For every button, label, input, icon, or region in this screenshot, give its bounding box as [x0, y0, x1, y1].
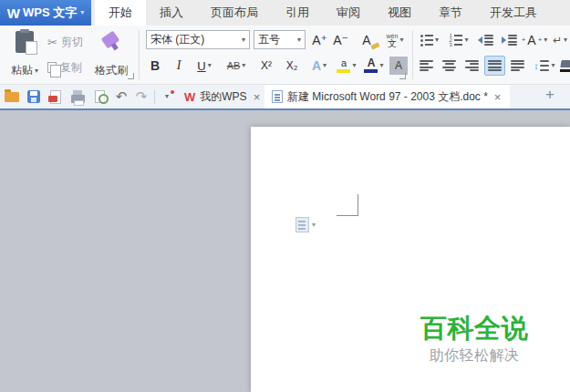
paint-bucket-icon	[560, 60, 570, 72]
open-file-button[interactable]	[4, 88, 20, 105]
menu-tab-page-layout[interactable]: 页面布局	[197, 0, 272, 26]
shading-button[interactable]: ▾	[558, 56, 570, 76]
font-size-select[interactable]: 五号 ▾	[254, 30, 306, 49]
hanzi-sample: 文	[388, 39, 397, 48]
bullet-list-icon	[420, 33, 433, 47]
format-painter-button[interactable]: 格式刷	[90, 28, 132, 81]
font-color-button[interactable]: A ▾	[361, 56, 387, 76]
doc-tab-my-wps[interactable]: W 我的WPS ×	[177, 85, 269, 108]
paragraph-mark-button[interactable]: ↵ ▾	[549, 30, 570, 50]
print-button[interactable]	[69, 88, 86, 105]
shrink-font-button[interactable]: A⁻	[330, 30, 351, 50]
chevron-down-icon: ▾	[80, 9, 84, 16]
distribute-text-button[interactable]	[507, 56, 528, 76]
underline-icon: U	[197, 59, 205, 73]
highlight-icon: a	[337, 58, 350, 73]
copy-label: 复制	[60, 60, 82, 76]
subscript-icon: X₂	[286, 59, 298, 72]
align-justify-button[interactable]	[484, 56, 505, 76]
copy-button[interactable]: 复制	[47, 58, 82, 77]
paste-button[interactable]: 粘贴▾	[4, 28, 46, 81]
bold-button[interactable]: B	[144, 56, 166, 76]
font-dialog-launcher[interactable]	[399, 73, 406, 79]
strikethrough-button[interactable]: AB▾	[221, 56, 252, 76]
printer-icon	[71, 95, 85, 103]
increase-indent-icon	[502, 35, 517, 46]
bullet-list-button[interactable]: ▾	[417, 30, 442, 50]
quick-access-tab-bar: ↶ ↷ ▾ W 我的WPS × 新建 Microsoft Word 97 - 2…	[0, 85, 570, 110]
magnifier-page-icon	[95, 90, 105, 103]
clear-format-button[interactable]: A	[355, 30, 378, 50]
export-pdf-button[interactable]	[47, 88, 64, 105]
plus-icon: +	[545, 86, 554, 103]
clipboard-dialog-launcher[interactable]	[128, 73, 134, 79]
new-tab-button[interactable]: +	[540, 86, 560, 104]
italic-button[interactable]: I	[170, 56, 188, 76]
menu-tab-home[interactable]: 开始	[95, 0, 146, 26]
decrease-indent-button[interactable]	[474, 30, 496, 50]
italic-icon: I	[177, 58, 181, 73]
group-divider	[412, 30, 413, 79]
chevron-down-icon: ▾	[551, 62, 554, 69]
line-spacing-icon	[540, 60, 549, 71]
chevron-down-icon: ▾	[238, 36, 245, 44]
chevron-down-icon: ▾	[379, 62, 383, 69]
menu-tab-insert[interactable]: 插入	[146, 0, 197, 26]
underline-button[interactable]: U▾	[190, 56, 219, 76]
watermark-subtitle: 助你轻松解决	[383, 346, 565, 365]
menu-tab-view[interactable]: 视图	[374, 0, 425, 26]
undo-button[interactable]: ↶	[113, 88, 130, 105]
bold-icon: B	[150, 58, 160, 73]
distribute-text-icon	[511, 60, 524, 71]
format-painter-icon	[100, 31, 122, 55]
menu-tab-references[interactable]: 引用	[272, 0, 323, 26]
print-preview-button[interactable]	[91, 88, 108, 105]
margin-corner-mark	[337, 215, 358, 216]
close-icon[interactable]: ×	[252, 90, 263, 104]
eraser-icon	[370, 42, 379, 49]
document-options-icon	[295, 217, 309, 232]
align-right-button[interactable]	[461, 56, 482, 76]
align-left-icon	[420, 60, 433, 71]
menu-tab-dev-tools[interactable]: 开发工具	[476, 0, 551, 26]
save-button[interactable]	[26, 88, 42, 105]
shrink-font-icon: A⁻	[333, 33, 348, 47]
align-left-button[interactable]	[416, 56, 437, 76]
chevron-down-icon: ▾	[312, 222, 316, 229]
doc-tab-document[interactable]: 新建 Microsoft Word 97 - 2003 文档.doc * ×	[264, 85, 510, 108]
font-size-value: 五号	[258, 32, 280, 47]
numbered-list-button[interactable]: 1 2 3 ▾	[446, 30, 472, 50]
strikethrough-icon: AB	[227, 60, 241, 71]
subscript-button[interactable]: X₂	[281, 56, 303, 76]
grow-font-button[interactable]: A⁺	[309, 30, 330, 50]
text-effect-button[interactable]: A▾	[306, 56, 332, 76]
increase-indent-button[interactable]	[498, 30, 520, 50]
cut-button[interactable]: ✂ 剪切	[47, 33, 83, 51]
redo-button[interactable]: ↷	[133, 88, 150, 105]
highlight-color-button[interactable]: a ▾	[334, 56, 359, 76]
chevron-down-icon: ▾	[323, 62, 326, 69]
font-name-select[interactable]: 宋体 (正文) ▾	[146, 30, 250, 49]
numbered-list-icon: 1 2 3	[449, 33, 462, 47]
phonetic-guide-button[interactable]: wén 文 ▾	[380, 30, 409, 50]
scissors-icon: ✂	[47, 36, 57, 49]
app-title: WPS 文字	[23, 5, 77, 21]
superscript-button[interactable]: X²	[255, 56, 277, 76]
smart-tag-button[interactable]: ▾	[295, 217, 316, 232]
document-page[interactable]: ▾ 百科全说 助你轻松解决	[251, 127, 570, 392]
character-shading-icon: A	[389, 57, 408, 75]
notification-dot	[171, 90, 174, 94]
adjust-text-size-button[interactable]: + A + ▾	[522, 30, 547, 50]
return-icon: ↵	[553, 34, 562, 46]
document-workspace: ▾ 百科全说 助你轻松解决	[0, 110, 570, 392]
chevron-down-icon: ▾	[352, 62, 356, 69]
customize-toolbar-button[interactable]: ▾	[159, 88, 175, 105]
line-spacing-button[interactable]: ↕ ▾	[531, 56, 558, 76]
wps-app-menu-button[interactable]: W WPS 文字 ▾	[0, 0, 91, 26]
align-center-button[interactable]	[439, 56, 460, 76]
menu-tab-review[interactable]: 审阅	[323, 0, 374, 26]
toolbar-divider	[154, 90, 155, 104]
menu-tab-section[interactable]: 章节	[425, 0, 476, 26]
close-icon[interactable]: ×	[492, 90, 503, 104]
title-menu-bar: W WPS 文字 ▾ 开始 插入 页面布局 引用 审阅 视图 章节 开发工具	[0, 0, 570, 26]
